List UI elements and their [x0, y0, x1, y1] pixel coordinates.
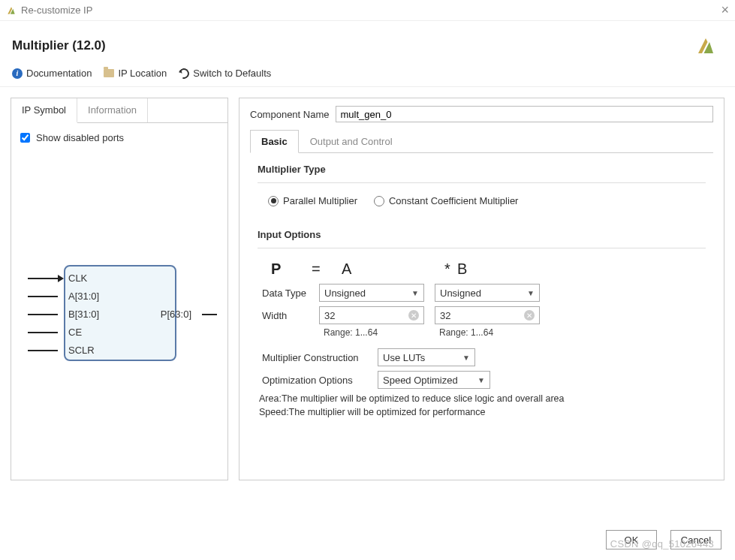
eq-b: B — [457, 260, 570, 278]
input-options-section: Input Options P = A * B Data Type Unsign… — [250, 229, 713, 422]
component-name-input[interactable] — [336, 106, 714, 122]
right-panel: Component Name Basic Output and Control … — [239, 98, 724, 480]
multiplier-type-title: Multiplier Type — [258, 164, 706, 175]
equation-row: P = A * B — [267, 260, 706, 278]
construction-row: Multiplier Construction Use LUTs ▼ — [258, 348, 706, 366]
window-close-button[interactable]: × — [721, 2, 729, 18]
range-a: Range: 1...64 — [324, 327, 439, 338]
info-icon: i — [12, 68, 23, 79]
clear-icon[interactable]: ✕ — [408, 310, 419, 321]
window-titlebar: Re-customize IP × — [0, 0, 735, 21]
port-ce: CE — [28, 327, 82, 338]
data-type-a-value: Unsigned — [324, 288, 366, 299]
toolbar: i Documentation IP Location Switch to De… — [0, 65, 735, 87]
data-type-label: Data Type — [258, 288, 319, 299]
optimization-select[interactable]: Speed Optimized ▼ — [378, 371, 490, 389]
port-a: A[31:0] — [28, 291, 99, 302]
radio-constant-coefficient[interactable]: Constant Coefficient Multiplier — [374, 195, 518, 206]
tab-information[interactable]: Information — [77, 98, 148, 122]
optimization-row: Optimization Options Speed Optimized ▼ — [258, 371, 706, 389]
range-b: Range: 1...64 — [439, 327, 555, 338]
page-title: Multiplier (12.0) — [12, 38, 106, 53]
optimization-label: Optimization Options — [258, 375, 378, 386]
radio-parallel-label: Parallel Multiplier — [283, 195, 357, 206]
port-sclr: SCLR — [28, 345, 95, 356]
main-body: IP Symbol Information Show disabled port… — [0, 87, 735, 491]
construction-label: Multiplier Construction — [258, 352, 378, 363]
xilinx-logo-icon — [694, 35, 717, 57]
construction-value: Use LUTs — [383, 352, 425, 363]
clear-icon[interactable]: ✕ — [524, 310, 535, 321]
range-row: Range: 1...64 Range: 1...64 — [258, 327, 706, 338]
left-tabs: IP Symbol Information — [11, 98, 227, 123]
data-type-b-value: Unsigned — [440, 288, 481, 299]
show-disabled-ports-input[interactable] — [20, 133, 30, 143]
data-type-row: Data Type Unsigned ▼ Unsigned ▼ — [258, 284, 706, 302]
ip-symbol-canvas: CLK A[31:0] B[31:0] CE SCLR — [17, 220, 221, 430]
ip-location-label: IP Location — [118, 68, 167, 79]
tab-output-control[interactable]: Output and Control — [299, 130, 404, 152]
chevron-down-icon: ▼ — [477, 376, 485, 384]
component-name-row: Component Name — [250, 106, 713, 122]
port-ce-label: CE — [68, 327, 82, 338]
radio-dot-empty-icon — [374, 196, 384, 206]
width-row: Width 32 ✕ 32 ✕ — [258, 306, 706, 324]
multiplier-type-radios: Parallel Multiplier Constant Coefficient… — [268, 195, 706, 206]
left-panel: IP Symbol Information Show disabled port… — [11, 98, 228, 480]
eq-p: P — [267, 260, 312, 278]
port-p: P[63:0] — [161, 309, 217, 320]
port-b-label: B[31:0] — [68, 309, 99, 320]
port-b: B[31:0] — [28, 309, 99, 320]
eq-equals: = — [312, 260, 342, 278]
input-options-title: Input Options — [258, 229, 706, 240]
folder-icon — [104, 69, 114, 77]
desc-area: Area:The multiplier will be optimized to… — [259, 393, 706, 404]
port-p-label: P[63:0] — [161, 309, 191, 320]
tab-basic[interactable]: Basic — [250, 130, 299, 153]
component-name-label: Component Name — [250, 109, 330, 120]
config-tabs: Basic Output and Control — [250, 130, 713, 153]
radio-parallel-multiplier[interactable]: Parallel Multiplier — [268, 195, 357, 206]
documentation-link[interactable]: i Documentation — [12, 68, 92, 79]
tab-ip-symbol[interactable]: IP Symbol — [11, 98, 77, 123]
ok-button[interactable]: OK — [606, 530, 657, 549]
port-clk-label: CLK — [68, 272, 87, 284]
left-panel-body: Show disabled ports CLK A[31:0] B[31:0] — [11, 123, 227, 480]
eq-a: A — [342, 260, 438, 278]
data-type-b-select[interactable]: Unsigned ▼ — [435, 284, 540, 302]
switch-defaults-label: Switch to Defaults — [193, 68, 271, 79]
dialog-footer: OK Cancel — [606, 530, 721, 549]
port-a-label: A[31:0] — [68, 291, 99, 302]
chevron-down-icon: ▼ — [527, 289, 535, 297]
cancel-button[interactable]: Cancel — [670, 530, 721, 549]
chevron-down-icon: ▼ — [411, 289, 419, 297]
radio-constant-label: Constant Coefficient Multiplier — [389, 195, 518, 206]
desc-speed: Speed:The multiplier will be optimized f… — [259, 407, 706, 417]
port-clk: CLK — [28, 272, 87, 284]
port-sclr-label: SCLR — [68, 345, 95, 356]
width-b-input[interactable]: 32 ✕ — [435, 306, 540, 324]
multiplier-type-section: Multiplier Type Parallel Multiplier Cons… — [250, 164, 713, 226]
show-disabled-ports-label: Show disabled ports — [36, 132, 124, 143]
width-b-value: 32 — [440, 310, 450, 321]
width-a-input[interactable]: 32 ✕ — [319, 306, 424, 324]
window-title: Re-customize IP — [21, 5, 92, 16]
width-label: Width — [258, 310, 319, 321]
construction-select[interactable]: Use LUTs ▼ — [378, 348, 475, 366]
chevron-down-icon: ▼ — [462, 354, 470, 362]
show-disabled-ports-checkbox[interactable]: Show disabled ports — [17, 131, 221, 145]
eq-star: * — [438, 260, 457, 278]
optimization-value: Speed Optimized — [383, 375, 458, 386]
width-a-value: 32 — [324, 310, 335, 321]
switch-defaults-link[interactable]: Switch to Defaults — [179, 68, 271, 79]
data-type-a-select[interactable]: Unsigned ▼ — [319, 284, 424, 302]
ip-location-link[interactable]: IP Location — [104, 68, 167, 79]
page-header: Multiplier (12.0) — [0, 21, 735, 65]
refresh-icon — [177, 66, 191, 80]
app-logo-icon — [6, 5, 17, 16]
documentation-label: Documentation — [26, 68, 92, 79]
radio-dot-filled-icon — [268, 196, 279, 206]
